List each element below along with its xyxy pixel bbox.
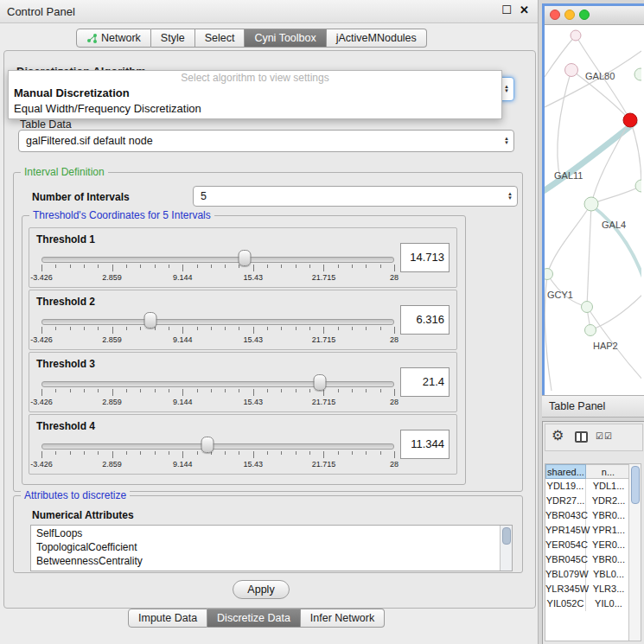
dropdown-option-manual-discretization[interactable]: Manual Discretization	[9, 86, 501, 101]
table-cell[interactable]: YDL1...	[586, 479, 631, 494]
threshold-value-field[interactable]: 6.316	[400, 305, 450, 335]
apply-button[interactable]: Apply	[233, 580, 290, 599]
tab-label: Infer Network	[310, 612, 374, 624]
table-row[interactable]: YER054CYER0...	[545, 538, 629, 552]
scrollbar-thumb[interactable]	[631, 466, 640, 504]
gear-icon[interactable]: ⚙	[552, 427, 564, 443]
node-label-gcy1[interactable]: GCY1	[547, 290, 573, 300]
list-item[interactable]: BetweennessCentrality	[31, 554, 500, 568]
slider-thumb[interactable]	[201, 437, 214, 453]
network-node[interactable]	[635, 180, 641, 192]
table-row[interactable]: YDR27...YDR2...	[545, 494, 629, 508]
list-item[interactable]: SelfLoops	[31, 526, 500, 540]
table-cell[interactable]: YDR27...	[545, 494, 586, 508]
network-node[interactable]	[584, 197, 598, 211]
node-label-hap2[interactable]: HAP2	[593, 341, 618, 351]
node-label-gal11[interactable]: GAL11	[554, 170, 583, 181]
table-row[interactable]: YPR145WYPR1...	[545, 523, 629, 538]
node-label-gal4[interactable]: GAL4	[602, 220, 626, 230]
table-cell[interactable]: YPR1...	[586, 523, 631, 538]
threshold-slider[interactable]: -3.4262.8599.14415.4321.71528	[41, 311, 394, 348]
table-scrollbar[interactable]	[628, 464, 641, 641]
tab-label: Style	[161, 32, 185, 44]
column-header-name[interactable]: n...	[586, 464, 631, 479]
tab-discretize-data[interactable]: Discretize Data	[207, 609, 301, 628]
list-item[interactable]: TopologicalCoefficient	[31, 540, 500, 554]
slider-track[interactable]	[41, 257, 394, 263]
slider-tick-labels: -3.4262.8599.14415.4321.71528	[41, 335, 394, 344]
number-of-intervals-dropdown[interactable]: 5 ▲▼	[193, 186, 518, 207]
tab-infer-network[interactable]: Infer Network	[301, 609, 385, 628]
table-cell[interactable]: YPR145W	[545, 523, 586, 538]
network-window-titlebar[interactable]	[545, 6, 644, 25]
network-node[interactable]	[634, 68, 641, 80]
network-node-selected[interactable]	[623, 113, 637, 127]
tab-style[interactable]: Style	[151, 29, 195, 48]
network-node[interactable]	[585, 325, 596, 336]
tab-select[interactable]: Select	[195, 29, 245, 48]
table-row[interactable]: YIL052CYIL0...	[545, 596, 629, 611]
table-cell[interactable]: YBR043C	[545, 508, 586, 523]
table-cell[interactable]: YBR045C	[545, 552, 586, 567]
table-cell[interactable]: YDL19...	[545, 479, 586, 494]
threshold-value-field[interactable]: 21.4	[400, 367, 450, 397]
table-cell[interactable]: YLR3...	[586, 582, 631, 596]
threshold-slider[interactable]: -3.4262.8599.14415.4321.71528	[41, 373, 394, 410]
select-columns-icon[interactable]: ☑☑	[596, 431, 613, 441]
table-row[interactable]: YDL19...YDL1...	[545, 479, 629, 494]
tab-network[interactable]: Network	[76, 29, 151, 48]
table-row[interactable]: YBR043CYBR0...	[545, 508, 629, 523]
table-cell[interactable]: YBR0...	[586, 552, 631, 567]
control-panel-titlebar[interactable]: Control Panel ☐ ✕	[0, 0, 538, 23]
tab-cyni-toolbox[interactable]: Cyni Toolbox	[245, 29, 326, 48]
table-cell[interactable]: YBL0...	[586, 567, 631, 582]
table-cell[interactable]: YBL079W	[545, 567, 586, 582]
top-tab-bar: Network Style Select Cyni Toolbox jActiv…	[76, 29, 427, 48]
threshold-value-field[interactable]: 11.344	[400, 430, 450, 459]
table-row[interactable]: YLR345WYLR3...	[545, 582, 629, 596]
tab-label: jActiveMNodules	[336, 32, 417, 44]
minimize-traffic-light-icon[interactable]	[564, 10, 575, 20]
table-cell[interactable]: YER054C	[545, 538, 586, 552]
slider-thumb[interactable]	[144, 312, 157, 328]
table-cell[interactable]: YIL0...	[586, 596, 631, 611]
slider-track[interactable]	[41, 319, 394, 325]
threshold-slider[interactable]: -3.4262.8599.14415.4321.71528	[41, 436, 394, 472]
column-header-shared-name[interactable]: shared...	[545, 464, 586, 479]
scrollbar-thumb[interactable]	[502, 527, 511, 545]
slider-track[interactable]	[41, 381, 394, 387]
zoom-traffic-light-icon[interactable]	[579, 10, 590, 20]
minimize-icon[interactable]: ☐	[501, 3, 512, 16]
table-cell[interactable]: YER0...	[586, 538, 631, 552]
network-node[interactable]	[545, 269, 553, 280]
table-data-dropdown[interactable]: galFiltered.sif default node ▲▼	[18, 130, 514, 152]
table-cell[interactable]: YLR345W	[545, 582, 586, 596]
list-scrollbar[interactable]	[500, 526, 512, 571]
tab-impute-data[interactable]: Impute Data	[128, 609, 207, 628]
node-label-gal80[interactable]: GAL80	[585, 71, 615, 81]
columns-icon[interactable]	[575, 431, 588, 443]
tab-label: Discretize Data	[217, 612, 290, 624]
network-node[interactable]	[565, 64, 578, 77]
close-traffic-light-icon[interactable]	[550, 10, 560, 20]
network-node[interactable]	[582, 302, 593, 313]
network-node[interactable]	[571, 30, 581, 41]
slider-thumb[interactable]	[239, 250, 252, 266]
table-row[interactable]: YBL079WYBL0...	[545, 567, 629, 582]
table-panel-titlebar[interactable]: Table Panel	[542, 395, 644, 418]
slider-thumb[interactable]	[314, 374, 327, 391]
network-canvas[interactable]: GAL80 GAL11 GAL4 GCY1 HAP2	[545, 25, 641, 391]
table-row[interactable]: YBR045CYBR0...	[545, 552, 629, 567]
table-cell[interactable]: YIL052C	[545, 596, 586, 611]
attributes-list[interactable]: SelfLoopsTopologicalCoefficientBetweenne…	[30, 525, 513, 571]
dropdown-option-equal-width-frequency[interactable]: Equal Width/Frequency Discretization	[9, 101, 501, 117]
slider-track[interactable]	[41, 443, 394, 450]
table-data-value: galFiltered.sif default node	[26, 135, 153, 147]
threshold-slider[interactable]: -3.4262.8599.14415.4321.71528	[41, 249, 394, 285]
close-icon[interactable]: ✕	[520, 3, 529, 16]
table-cell[interactable]: YDR2...	[586, 494, 631, 508]
tab-jactivemnodules[interactable]: jActiveMNodules	[327, 29, 427, 48]
threshold-value-field[interactable]: 14.713	[400, 243, 450, 272]
table-cell[interactable]: YBR0...	[586, 508, 631, 523]
table-toolbar: ⚙ ☑☑	[545, 424, 643, 451]
